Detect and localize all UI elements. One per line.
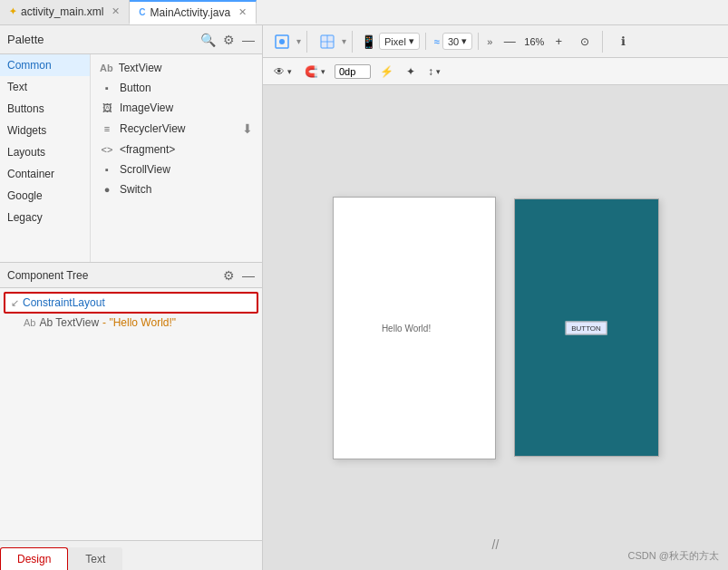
hello-world-text: Hello World! [382, 323, 431, 333]
phone-screen-light: Hello World! [333, 197, 496, 459]
design-dropdown-arrow[interactable]: ▾ [296, 36, 301, 46]
widget-scrollview-label: ScrollView [120, 163, 170, 176]
widget-scrollview[interactable]: ▪ ScrollView [94, 159, 258, 179]
magnet-icon: 🧲 [305, 65, 318, 78]
eye-btn[interactable]: 👁 ▾ [270, 63, 296, 80]
toolbar-group-zoom: — 16% + ⊙ [498, 31, 603, 53]
tab-main-activity[interactable]: C MainActivity.java ✕ [130, 0, 257, 24]
tab-main-activity-label: MainActivity.java [150, 6, 230, 19]
eye-icon: 👁 [274, 65, 285, 78]
infer-icon: ✦ [406, 65, 415, 78]
tree-item-textview[interactable]: Ab Ab TextView - "Hello World!" [18, 314, 258, 332]
resize-handle[interactable]: // [492, 537, 500, 552]
tab-bar: ✦ activity_main.xml ✕ C MainActivity.jav… [0, 0, 728, 25]
tree-minimize-icon[interactable]: — [242, 268, 255, 283]
widget-imageview-label: ImageView [120, 101, 173, 114]
editor-toolbar2: 👁 ▾ 🧲 ▾ ⚡ ✦ ↕ ▾ [263, 58, 728, 85]
guidelines-dropdown-arrow: ▾ [436, 67, 441, 76]
zoom-label: 16% [524, 36, 544, 47]
blueprint-dropdown-arrow[interactable]: ▾ [342, 36, 346, 46]
palette-widgets: Ab TextView ▪ Button 🖼 ImageView ≡ Recyc… [91, 54, 262, 262]
infer-constraints-btn[interactable]: ✦ [403, 63, 419, 80]
api-label: 30 [448, 36, 459, 47]
tab-activity-main-close[interactable]: ✕ [112, 5, 120, 17]
palette-search-icon[interactable]: 🔍 [200, 33, 216, 47]
tab-activity-main[interactable]: ✦ activity_main.xml ✕ [0, 0, 130, 24]
textview-tree-icon: Ab [24, 317, 35, 328]
palette-minimize-icon[interactable]: — [242, 33, 255, 47]
widget-button[interactable]: ▪ Button [94, 78, 258, 98]
download-icon[interactable]: ⬇ [242, 121, 253, 136]
widget-textview[interactable]: Ab TextView [94, 58, 258, 78]
toolbar-group-design: ▾ [270, 31, 307, 53]
guidelines-icon: ↕ [428, 65, 433, 78]
toolbar-group-device: 📱 Pixel ▾ [361, 33, 426, 50]
editor-panel: ▾ ▾ 📱 Pixel ▾ [263, 25, 728, 570]
category-buttons[interactable]: Buttons [0, 98, 90, 120]
device-dropdown-arrow: ▾ [409, 35, 414, 47]
widget-switch-label: Switch [120, 183, 151, 196]
api-dropdown[interactable]: 30 ▾ [442, 33, 472, 50]
device-label: Pixel [384, 36, 406, 47]
recyclerview-icon: ≡ [100, 123, 114, 134]
tab-text[interactable]: Text [68, 547, 122, 570]
left-panel: Palette 🔍 ⚙ — Common Text Buttons Widget… [0, 25, 263, 570]
magnet-dropdown-arrow: ▾ [321, 67, 325, 76]
tab-design[interactable]: Design [0, 547, 68, 570]
zoom-fit-btn[interactable]: ⊙ [573, 31, 597, 53]
phone-preview: Hello World! BUTTON [333, 197, 659, 459]
editor-toolbar: ▾ ▾ 📱 Pixel ▾ [263, 25, 728, 58]
eye-dropdown-arrow: ▾ [287, 67, 292, 76]
overflow-indicator: » [487, 36, 492, 47]
category-text[interactable]: Text [0, 76, 90, 98]
phone-icon: 📱 [361, 34, 376, 49]
tree-item-constraint-layout[interactable]: ↙ ConstraintLayout [4, 292, 258, 314]
category-common[interactable]: Common [0, 54, 90, 76]
zoom-out-btn[interactable]: — [498, 31, 521, 53]
scrollview-icon: ▪ [100, 164, 114, 175]
zoom-in-btn[interactable]: + [547, 31, 570, 53]
info-btn[interactable]: ℹ [611, 31, 635, 53]
guidelines-btn[interactable]: ↕ ▾ [424, 63, 444, 80]
widget-recyclerview[interactable]: ≡ RecyclerView ⬇ [94, 118, 258, 140]
magnet-btn[interactable]: 🧲 ▾ [301, 63, 329, 80]
component-tree-body: ↙ ConstraintLayout Ab Ab TextView - "Hel… [0, 288, 262, 540]
category-container[interactable]: Container [0, 163, 90, 185]
tree-toolbar: ⚙ — [223, 268, 255, 283]
xml-icon: ✦ [9, 6, 16, 16]
palette-settings-icon[interactable]: ⚙ [223, 33, 235, 47]
widget-recyclerview-label: RecyclerView [120, 122, 185, 135]
blueprint-mode-btn[interactable] [315, 31, 339, 53]
api-dropdown-arrow: ▾ [461, 35, 467, 47]
device-dropdown[interactable]: Pixel ▾ [379, 33, 420, 50]
palette-title: Palette [7, 33, 44, 46]
connect-constraints-btn[interactable]: ⚡ [376, 63, 397, 80]
canvas-area[interactable]: Hello World! BUTTON // CSDN @秋天的方太 [263, 85, 728, 570]
tab-activity-main-label: activity_main.xml [21, 5, 103, 18]
widget-imageview[interactable]: 🖼 ImageView [94, 98, 258, 118]
phone-screen-dark: BUTTON [514, 198, 659, 457]
widget-fragment[interactable]: <> <fragment> [94, 140, 258, 159]
category-widgets[interactable]: Widgets [0, 120, 90, 141]
category-google[interactable]: Google [0, 185, 90, 207]
tree-settings-icon[interactable]: ⚙ [223, 268, 235, 283]
category-layouts[interactable]: Layouts [0, 141, 90, 163]
category-legacy[interactable]: Legacy [0, 207, 90, 228]
tree-item-textview-label: Ab TextView [39, 316, 99, 329]
main-container: Palette 🔍 ⚙ — Common Text Buttons Widget… [0, 25, 728, 570]
component-tree-header: Component Tree ⚙ — [0, 263, 262, 288]
palette-body: Common Text Buttons Widgets Layouts Cont… [0, 54, 262, 263]
java-icon: C [139, 7, 145, 17]
margin-input[interactable] [335, 64, 371, 79]
widget-button-label: Button [120, 82, 151, 94]
design-mode-btn[interactable] [270, 31, 294, 53]
watermark: CSDN @秋天的方太 [628, 549, 719, 563]
api-icon: ≈ [434, 36, 440, 47]
toolbar-group-api: ≈ 30 ▾ [434, 33, 479, 50]
tab-main-activity-close[interactable]: ✕ [238, 6, 247, 18]
phone-button-widget: BUTTON [565, 321, 607, 334]
switch-icon: ● [100, 184, 114, 195]
widget-switch[interactable]: ● Switch [94, 179, 258, 199]
widget-fragment-label: <fragment> [120, 143, 175, 156]
tree-item-textview-value: - "Hello World!" [102, 316, 176, 329]
